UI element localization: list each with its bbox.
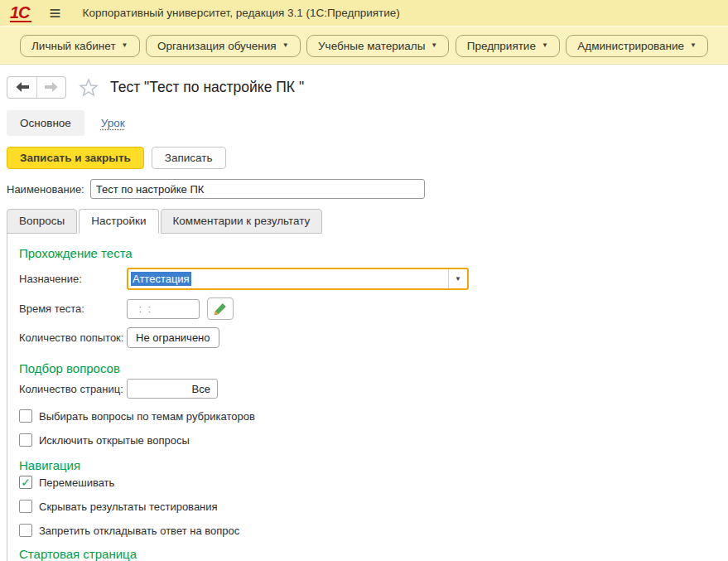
purpose-selected-value: Аттестация bbox=[131, 272, 191, 286]
save-button[interactable]: Записать bbox=[152, 147, 226, 169]
chevron-down-icon: ▼ bbox=[282, 42, 289, 49]
edit-time-button[interactable] bbox=[207, 297, 234, 320]
tab-questions[interactable]: Вопросы bbox=[7, 209, 77, 234]
checkbox-label: Исключить открытые вопросы bbox=[39, 434, 190, 447]
main-menu-icon[interactable]: ≡ bbox=[50, 3, 61, 23]
save-and-close-button[interactable]: Записать и закрыть bbox=[7, 147, 144, 169]
checkbox-shuffle[interactable]: ✓ Перемешивать bbox=[19, 476, 728, 489]
test-time-label: Время теста: bbox=[19, 302, 127, 315]
pencil-icon bbox=[214, 302, 227, 316]
checkbox-forbid-postpone-answer[interactable]: ✓ Запретить откладывать ответ на вопрос bbox=[19, 524, 728, 537]
attempts-value-button[interactable]: Не ограничено bbox=[127, 327, 219, 348]
menu-label: Предприятие bbox=[467, 40, 536, 52]
nav-tab-lesson[interactable]: Урок bbox=[101, 117, 125, 129]
attempts-label: Количество попыток: bbox=[19, 331, 127, 344]
checkbox-icon[interactable]: ✓ bbox=[19, 433, 32, 447]
test-time-input[interactable] bbox=[127, 299, 200, 319]
tab-settings[interactable]: Настройки bbox=[79, 209, 158, 234]
name-field-label: Наименование: bbox=[7, 183, 84, 196]
chevron-down-icon: ▼ bbox=[122, 42, 128, 49]
checkbox-exclude-open-questions[interactable]: ✓ Исключить открытые вопросы bbox=[19, 433, 728, 447]
menu-label: Администрирование bbox=[577, 40, 684, 52]
1c-logo-icon: 1С bbox=[10, 4, 31, 22]
menu-label: Личный кабинет bbox=[31, 40, 116, 52]
section-header-test-passing: Прохождение теста bbox=[19, 246, 728, 260]
name-input[interactable] bbox=[90, 179, 425, 199]
menu-personal-cabinet[interactable]: Личный кабинет ▼ bbox=[20, 35, 140, 57]
name-field-row: Наименование: bbox=[7, 179, 728, 199]
chevron-down-icon: ▼ bbox=[431, 42, 437, 49]
back-arrow-icon bbox=[16, 82, 29, 92]
forward-arrow-icon bbox=[45, 82, 58, 92]
purpose-field-row: Назначение: Аттестация ▼ bbox=[19, 268, 728, 290]
checkbox-icon[interactable]: ✓ bbox=[19, 500, 32, 513]
form-navigation: Основное Урок bbox=[7, 110, 728, 136]
checkbox-hide-test-results[interactable]: ✓ Скрывать результаты тестирования bbox=[19, 500, 728, 513]
window-titlebar: 1С ≡ Корпоративный университет, редакция… bbox=[0, 0, 728, 27]
history-nav-group bbox=[7, 76, 66, 99]
pages-input[interactable] bbox=[127, 379, 218, 399]
tab-result-comments[interactable]: Комментарии к результату bbox=[161, 209, 323, 234]
window-title: Корпоративный университет, редакция 3.1 … bbox=[83, 7, 400, 19]
page-title: Тест "Тест по настройке ПК " bbox=[110, 79, 304, 96]
settings-tabstrip: Вопросы Настройки Комментарии к результа… bbox=[7, 209, 728, 234]
checkbox-icon[interactable]: ✓ bbox=[19, 409, 32, 423]
test-time-field-row: Время теста: bbox=[19, 297, 728, 320]
chevron-down-icon: ▼ bbox=[690, 42, 697, 49]
menu-training-organization[interactable]: Организация обучения ▼ bbox=[146, 35, 301, 57]
navigation-row: Тест "Тест по настройке ПК " bbox=[7, 75, 728, 99]
section-header-navigation: Навигация bbox=[19, 458, 728, 472]
checkbox-label: Запретить откладывать ответ на вопрос bbox=[39, 525, 239, 537]
section-header-question-selection: Подбор вопросов bbox=[19, 361, 728, 375]
favorite-star-icon[interactable] bbox=[79, 78, 99, 97]
forward-button[interactable] bbox=[36, 77, 65, 98]
purpose-combobox[interactable]: Аттестация ▼ bbox=[127, 268, 469, 290]
pages-label: Количество страниц: bbox=[19, 383, 127, 395]
section-header-start-page: Стартовая страница bbox=[19, 547, 728, 561]
chevron-down-icon[interactable]: ▼ bbox=[448, 269, 467, 288]
checkbox-icon[interactable]: ✓ bbox=[19, 524, 32, 537]
command-bar: Записать и закрыть Записать bbox=[7, 147, 728, 169]
checkbox-label: Перемешивать bbox=[39, 476, 114, 489]
attempts-field-row: Количество попыток: Не ограничено bbox=[19, 327, 728, 348]
menu-label: Учебные материалы bbox=[318, 40, 425, 52]
purpose-label: Назначение: bbox=[19, 273, 127, 285]
pages-field-row: Количество страниц: bbox=[19, 379, 728, 399]
menu-label: Организация обучения bbox=[157, 40, 277, 52]
menu-enterprise[interactable]: Предприятие ▼ bbox=[456, 35, 560, 57]
checkbox-by-rubric-topics[interactable]: ✓ Выбирать вопросы по темам рубрикаторов bbox=[19, 409, 728, 423]
menu-learning-materials[interactable]: Учебные материалы ▼ bbox=[306, 35, 449, 57]
form-window: Тест "Тест по настройке ПК " Основное Ур… bbox=[0, 65, 728, 561]
chevron-down-icon: ▼ bbox=[542, 42, 548, 49]
checkbox-label: Скрывать результаты тестирования bbox=[39, 501, 218, 513]
nav-tab-main[interactable]: Основное bbox=[7, 110, 84, 136]
back-button[interactable] bbox=[7, 77, 36, 98]
menu-administration[interactable]: Администрирование ▼ bbox=[566, 35, 708, 57]
checkbox-label: Выбирать вопросы по темам рубрикаторов bbox=[39, 410, 255, 423]
checkbox-icon[interactable]: ✓ bbox=[19, 476, 32, 489]
settings-panel: Прохождение теста Назначение: Аттестация… bbox=[7, 233, 728, 561]
sections-menubar: Личный кабинет ▼ Организация обучения ▼ … bbox=[0, 27, 728, 65]
